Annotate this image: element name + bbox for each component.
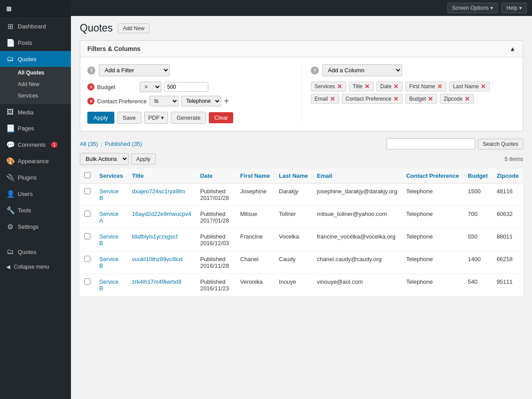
remove-contact-pref-column-button[interactable]: ✕ [393, 96, 399, 102]
header-budget[interactable]: Budget [463, 168, 492, 184]
remove-title-column-button[interactable]: ✕ [364, 83, 370, 90]
add-filter-select[interactable]: Add a Filter Budget Contact Preference S… [99, 64, 170, 76]
sidebar-item-appearance[interactable]: 🎨 Appearance [0, 153, 71, 169]
row-checkbox[interactable] [84, 233, 90, 239]
header-first-name[interactable]: First Name [236, 168, 274, 184]
remove-date-column-button[interactable]: ✕ [393, 83, 399, 90]
row-checkbox[interactable] [84, 188, 90, 194]
sidebar-item-tools[interactable]: 🔧 Tools [0, 202, 71, 219]
sidebar-item-pages[interactable]: 📃 Pages [0, 120, 71, 137]
select-all-checkbox-header[interactable] [80, 168, 95, 184]
row-checkbox-cell[interactable] [80, 251, 95, 274]
remove-last-name-column-button[interactable]: ✕ [481, 83, 486, 90]
remove-email-column-button[interactable]: ✕ [330, 96, 335, 102]
filters-header: Filters & Columns ▲ [80, 41, 523, 57]
remove-services-column-button[interactable]: ✕ [337, 83, 342, 90]
collapse-menu-button[interactable]: ◀ Collapse menu [0, 260, 71, 274]
title-link[interactable]: dxajeo724sc1rya9fm [132, 188, 185, 195]
sidebar-item-users[interactable]: 👤 Users [0, 186, 71, 202]
budget-value-input[interactable] [164, 82, 208, 92]
row-last-name: Vocelka [274, 229, 313, 251]
header-zipcode[interactable]: Zipcode [492, 168, 523, 184]
header-contact-preference[interactable]: Contact Preference [402, 168, 463, 184]
bulk-row-left: Bulk Actions Apply [80, 153, 156, 165]
help-button[interactable]: Help ▾ [501, 3, 527, 13]
sidebar-item-posts[interactable]: 📄 Posts [0, 35, 71, 51]
bulk-actions-select[interactable]: Bulk Actions [80, 153, 129, 165]
contact-value-select[interactable]: Telephone Email Phone [181, 96, 221, 106]
pdf-button[interactable]: PDF ▾ [144, 112, 168, 124]
published-link[interactable]: Published (35) [105, 141, 142, 147]
add-column-select[interactable]: Add a Column Services Title Date First N… [322, 64, 402, 76]
search-quotes-input[interactable] [387, 138, 475, 149]
sidebar-item-settings[interactable]: ⚙ Settings [0, 219, 71, 235]
row-services: Service B [95, 229, 128, 251]
apply-filter-button[interactable]: Apply [87, 112, 114, 124]
sidebar-logo: ⊞ [0, 0, 71, 18]
table-row: Service B zrk4lh17m49iwrtxl9 Published 2… [80, 274, 523, 297]
generate-button[interactable]: Generate [171, 112, 206, 124]
add-new-button[interactable]: Add New [118, 23, 149, 33]
column-help-icon[interactable]: ? [311, 66, 319, 74]
services-link[interactable]: Service B [99, 278, 118, 292]
row-first-name: Veronika [236, 274, 274, 297]
header-services[interactable]: Services [95, 168, 128, 184]
sidebar-sub-add-new[interactable]: Add New [0, 78, 71, 90]
title-link[interactable]: tdafblyls1yrzxgscf [132, 233, 178, 240]
row-checkbox-cell[interactable] [80, 229, 95, 251]
row-checkbox[interactable] [84, 256, 90, 262]
clear-filter-button[interactable]: Clear [209, 112, 233, 123]
budget-operator-select[interactable]: > < = >= <= [140, 82, 161, 92]
header-last-name[interactable]: Last Name [274, 168, 313, 184]
services-link[interactable]: Service B [99, 256, 118, 269]
screen-options-button[interactable]: Screen Options ▾ [447, 3, 498, 13]
services-link[interactable]: Service A [99, 211, 118, 224]
row-zipcode: 66218 [492, 251, 523, 274]
row-checkbox[interactable] [84, 211, 90, 217]
row-email: josephine_darakjy@darakjy.org [313, 184, 402, 206]
services-link[interactable]: Service B [99, 233, 118, 246]
title-link[interactable]: 16ayd2d22e9mwucpv4 [132, 211, 192, 217]
row-checkbox[interactable] [84, 278, 90, 285]
collapse-filters-icon[interactable]: ▲ [509, 45, 516, 52]
row-services: Service B [95, 251, 128, 274]
title-link[interactable]: vuukt10thz89vc8kxt [132, 256, 183, 262]
header-date[interactable]: Date [196, 168, 235, 184]
header-title[interactable]: Title [128, 168, 196, 184]
sidebar-item-quotes-bottom[interactable]: 🗂 Quotes [0, 244, 71, 260]
title-link[interactable]: zrk4lh17m49iwrtxl9 [132, 278, 181, 285]
all-quotes-link[interactable]: All (35) [80, 141, 98, 147]
contact-operator-select[interactable]: Is Is Not [149, 96, 179, 106]
remove-contact-filter-button[interactable]: ✕ [87, 98, 94, 105]
search-quotes-button[interactable]: Search Quotes [478, 139, 523, 149]
plugins-icon: 🔌 [6, 173, 14, 182]
sidebar-sub-services[interactable]: Services [0, 90, 71, 102]
remove-zipcode-column-button[interactable]: ✕ [465, 96, 470, 102]
sidebar-item-dashboard[interactable]: ⊞ Dashboard [0, 18, 71, 35]
sidebar-item-media[interactable]: 🖼 Media [0, 104, 71, 120]
bulk-apply-button[interactable]: Apply [131, 153, 156, 164]
remove-budget-filter-button[interactable]: ✕ [87, 83, 94, 90]
quotes-icon: 🗂 [6, 55, 14, 63]
remove-first-name-column-button[interactable]: ✕ [437, 83, 442, 90]
row-checkbox-cell[interactable] [80, 184, 95, 206]
all-count: (35) [88, 141, 98, 147]
row-checkbox-cell[interactable] [80, 274, 95, 297]
row-email: francine_vocelka@vocelka.org [313, 229, 402, 251]
table-row: Service A 16ayd2d22e9mwucpv4 Published 2… [80, 206, 523, 229]
services-link[interactable]: Service B [99, 188, 118, 201]
header-email[interactable]: Email [313, 168, 402, 184]
sidebar-item-comments[interactable]: 💬 Comments 1 [0, 137, 71, 153]
save-filter-button[interactable]: Save [117, 112, 142, 124]
sidebar-item-label: Comments [18, 141, 46, 148]
sidebar-item-plugins[interactable]: 🔌 Plugins [0, 169, 71, 186]
help-icon[interactable]: ? [87, 66, 95, 74]
sidebar-sub-all-quotes[interactable]: All Quotes [0, 67, 71, 78]
select-all-checkbox[interactable] [84, 172, 90, 178]
add-filter-condition-button[interactable]: + [224, 97, 229, 106]
filters-right: ? Add a Column Services Title Date First… [301, 64, 516, 124]
row-checkbox-cell[interactable] [80, 206, 95, 229]
sidebar-item-quotes[interactable]: 🗂 Quotes [0, 51, 71, 67]
remove-budget-column-button[interactable]: ✕ [428, 96, 433, 102]
row-first-name: Chanel [236, 251, 274, 274]
